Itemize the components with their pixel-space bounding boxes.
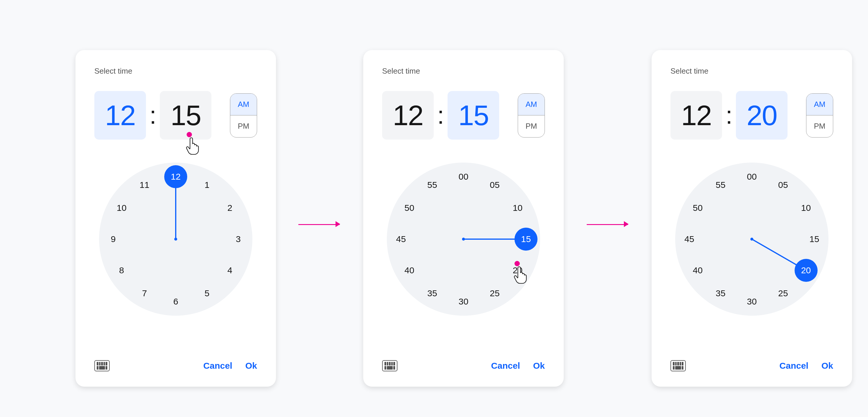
clock-tick-label[interactable]: 35 bbox=[427, 288, 437, 298]
time-picker-card: Select time12:15AMPM00051020253035404550… bbox=[363, 50, 564, 387]
clock-tick-label[interactable]: 8 bbox=[119, 265, 124, 275]
ok-button[interactable]: Ok bbox=[533, 361, 545, 371]
clock-dial[interactable]: 000510152530354045505520 bbox=[675, 163, 829, 316]
cancel-button[interactable]: Cancel bbox=[204, 361, 232, 371]
keyboard-icon[interactable] bbox=[94, 360, 110, 371]
clock-tick-label[interactable]: 35 bbox=[716, 288, 725, 298]
clock-tick-label[interactable]: 15 bbox=[809, 234, 819, 244]
ampm-toggle[interactable]: AMPM bbox=[230, 93, 257, 138]
am-option[interactable]: AM bbox=[518, 94, 545, 115]
clock-tick-label[interactable]: 10 bbox=[117, 203, 126, 213]
clock-dial[interactable]: 000510202530354045505515 bbox=[387, 163, 540, 316]
flow-arrow-icon bbox=[587, 224, 628, 224]
clock-tick-label[interactable]: 00 bbox=[459, 172, 468, 182]
clock-tick-label[interactable]: 6 bbox=[173, 297, 178, 307]
clock-tick-label[interactable]: 25 bbox=[490, 288, 499, 298]
clock-face[interactable]: 000510202530354045505515 bbox=[387, 163, 540, 316]
minute-box[interactable]: 20 bbox=[736, 91, 787, 140]
clock-tick-label[interactable]: 5 bbox=[205, 288, 210, 298]
time-picker-card: Select time12:15AMPM123456789101112Cance… bbox=[75, 50, 276, 387]
clock-tick-label[interactable]: 50 bbox=[693, 203, 703, 213]
time-picker-card: Select time12:20AMPM00051015253035404550… bbox=[652, 50, 852, 387]
clock-face[interactable]: 123456789101112 bbox=[99, 163, 252, 316]
time-colon: : bbox=[150, 101, 156, 130]
dialog-actions: CancelOk bbox=[94, 360, 257, 371]
dialog-title: Select time bbox=[382, 67, 545, 76]
hour-box[interactable]: 12 bbox=[382, 91, 434, 140]
clock-tick-label[interactable]: 30 bbox=[747, 297, 756, 307]
hour-box[interactable]: 12 bbox=[94, 91, 146, 140]
dialog-title: Select time bbox=[671, 67, 833, 76]
dialog-title: Select time bbox=[94, 67, 257, 76]
ampm-toggle[interactable]: AMPM bbox=[518, 93, 545, 138]
dialog-actions: CancelOk bbox=[671, 360, 833, 371]
flow-arrow-icon bbox=[299, 224, 340, 224]
clock-tick-label[interactable]: 40 bbox=[404, 265, 414, 275]
clock-tick-label[interactable]: 7 bbox=[142, 288, 147, 298]
am-option[interactable]: AM bbox=[806, 94, 833, 115]
clock-tick-label[interactable]: 05 bbox=[778, 180, 788, 190]
clock-tick-label[interactable]: 10 bbox=[801, 203, 811, 213]
time-colon: : bbox=[725, 101, 733, 130]
clock-tick-label[interactable]: 50 bbox=[404, 203, 414, 213]
ampm-toggle[interactable]: AMPM bbox=[806, 93, 833, 138]
clock-center-dot bbox=[750, 238, 753, 241]
clock-face[interactable]: 000510152530354045505520 bbox=[675, 163, 829, 316]
clock-center-dot bbox=[174, 238, 177, 241]
time-display-row: 12:20AMPM bbox=[671, 91, 833, 140]
clock-tick-label[interactable]: 2 bbox=[227, 203, 232, 213]
pm-option[interactable]: PM bbox=[518, 115, 545, 137]
pm-option[interactable]: PM bbox=[806, 115, 833, 137]
keyboard-icon[interactable] bbox=[382, 360, 398, 371]
time-display-row: 12:15AMPM bbox=[382, 91, 545, 140]
cancel-button[interactable]: Cancel bbox=[491, 361, 520, 371]
clock-tick-label[interactable]: 9 bbox=[111, 234, 116, 244]
clock-tick-label[interactable]: 11 bbox=[140, 180, 149, 190]
clock-tick-label[interactable]: 25 bbox=[778, 288, 788, 298]
clock-dial[interactable]: 123456789101112 bbox=[99, 163, 252, 316]
clock-tick-label[interactable]: 20 bbox=[513, 265, 522, 275]
clock-tick-label[interactable]: 3 bbox=[236, 234, 241, 244]
clock-center-dot bbox=[462, 238, 465, 241]
dialog-actions: CancelOk bbox=[382, 360, 545, 371]
cancel-button[interactable]: Cancel bbox=[780, 361, 808, 371]
clock-selection-knob[interactable]: 20 bbox=[795, 259, 817, 282]
am-option[interactable]: AM bbox=[230, 94, 257, 115]
pm-option[interactable]: PM bbox=[230, 115, 257, 137]
clock-tick-label[interactable]: 45 bbox=[684, 234, 694, 244]
clock-tick-label[interactable]: 05 bbox=[490, 180, 499, 190]
time-display-row: 12:15AMPM bbox=[94, 91, 257, 140]
clock-tick-label[interactable]: 00 bbox=[747, 172, 756, 182]
clock-tick-label[interactable]: 55 bbox=[427, 180, 437, 190]
clock-tick-label[interactable]: 1 bbox=[205, 180, 210, 190]
time-colon: : bbox=[437, 101, 444, 130]
ok-button[interactable]: Ok bbox=[822, 361, 833, 371]
keyboard-icon[interactable] bbox=[671, 360, 686, 371]
ok-button[interactable]: Ok bbox=[245, 361, 257, 371]
clock-selection-knob[interactable]: 12 bbox=[164, 165, 187, 188]
clock-tick-label[interactable]: 4 bbox=[227, 265, 232, 275]
minute-box[interactable]: 15 bbox=[447, 91, 499, 140]
clock-selection-knob[interactable]: 15 bbox=[515, 228, 537, 251]
clock-tick-label[interactable]: 10 bbox=[513, 203, 522, 213]
clock-tick-label[interactable]: 55 bbox=[716, 180, 725, 190]
clock-tick-label[interactable]: 45 bbox=[396, 234, 406, 244]
clock-tick-label[interactable]: 30 bbox=[459, 297, 468, 307]
clock-tick-label[interactable]: 40 bbox=[693, 265, 703, 275]
hour-box[interactable]: 12 bbox=[671, 91, 722, 140]
minute-box[interactable]: 15 bbox=[160, 91, 211, 140]
